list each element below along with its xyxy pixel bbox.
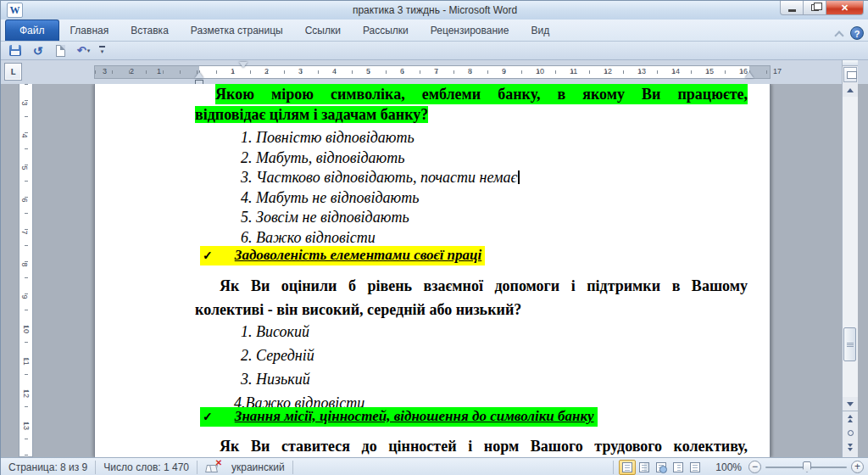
zoom-level[interactable]: 100% [709,461,748,473]
bullet-text: Задоволеність елементами своєї праці [235,247,482,264]
scroll-down-button[interactable] [843,397,858,411]
ribbon-right-controls: ? [836,26,864,40]
hanging-indent-marker[interactable] [195,72,203,78]
ruler-number: 9 [20,294,29,299]
word-window: W практика 3 тижднь - Microsoft Word ✕ Ф… [0,0,868,475]
tab-mailings[interactable]: Рассылки [352,20,420,41]
ruler-number: 2 [130,67,134,75]
ruler-number: 9 [502,67,506,75]
minimize-icon [788,9,796,12]
tab-insert[interactable]: Вставка [120,20,180,41]
view-web-layout-button[interactable] [653,460,670,475]
v-ruler-ticks [25,84,28,456]
undo-typing-button[interactable]: ↺ [31,44,45,58]
error-x-icon: ✕ [215,458,222,467]
word-app-icon[interactable]: W [7,3,23,18]
undo-arrow-icon: ↶ [77,44,86,57]
scrollbar-track[interactable] [843,97,858,397]
bullet-satisfaction: ✓ Задоволеність елементами своєї праці [200,246,485,265]
list-item: 5. Зовсім не відповідають [241,208,520,228]
tab-stop-selector[interactable]: L [4,63,22,81]
ruler-number: 6 [400,67,404,75]
checkmark-icon: ✓ [203,249,213,263]
arrow-up-icon [847,88,854,92]
tab-review[interactable]: Рецензирование [420,20,520,41]
title-bar: W практика 3 тижднь - Microsoft Word ✕ [1,1,868,20]
proofing-errors-icon[interactable]: ✕ [206,461,220,472]
ruler-number: 2 [264,67,269,75]
previous-page-button[interactable] [843,411,858,426]
restore-button[interactable] [804,1,826,15]
ruler-number: 1 [231,67,235,75]
bullet-text: Знання місії, цінностей, відношення до с… [235,408,594,425]
ruler-number: 13 [637,67,646,75]
view-draft-button[interactable] [687,460,704,475]
word-count[interactable]: Число слов: 1 470 [96,461,197,473]
arrow-down-icon [847,402,854,406]
view-full-screen-reading-button[interactable] [636,460,653,475]
tab-references[interactable]: Ссылки [294,20,352,41]
window-title: практика 3 тижднь - Microsoft Word [1,4,868,16]
double-down-icon [848,448,853,451]
ruler-number: 7 [20,230,29,234]
customize-qat-button[interactable]: ▾ [99,46,105,55]
new-document-button[interactable] [53,44,68,58]
numbered-list-symbolics: 1. Повністю відповідають 2. Мабуть, відп… [241,128,520,249]
minimize-button[interactable] [780,1,804,15]
horizontal-ruler[interactable]: 3211234567891011121314151617 [94,65,771,79]
ruler-bar: L 3211234567891011121314151617 [1,60,868,84]
restore-icon [811,4,819,11]
split-window-handle[interactable] [843,60,858,66]
next-page-button[interactable] [843,440,858,455]
outline-icon [673,462,683,472]
list-item: 2. Середній [241,344,364,367]
select-browse-object-button[interactable] [843,426,858,440]
print-layout-icon [622,462,632,472]
expand-ribbon-icon[interactable] [836,30,843,37]
zoom-out-button[interactable]: − [748,461,761,473]
tab-home[interactable]: Главная [59,20,120,41]
language-indicator[interactable]: украинский [224,461,292,473]
document-page[interactable]: Якою мірою символіка, емблеми банку, в я… [94,84,771,457]
ruler-number: 4 [332,67,337,75]
separator [613,461,614,474]
ruler-number: 5 [366,67,370,75]
ribbon-tab-row: Файл Главная Вставка Разметка страницы С… [1,20,868,42]
status-bar: Страница: 8 из 9 Число слов: 1 470 ✕ укр… [1,457,868,475]
vertical-scrollbar [842,60,858,457]
right-indent-marker[interactable] [745,72,754,78]
undo-icon: ↺ [33,45,43,57]
ruler-number: 3 [20,101,29,105]
tab-file[interactable]: Файл [5,20,59,41]
numbered-list-level: 1. Високий 2. Середній 3. Низький 4.Важк… [241,320,364,415]
view-outline-button[interactable] [670,460,687,475]
close-button[interactable]: ✕ [826,1,864,15]
ruler-number: 1 [157,67,161,75]
ruler-number: 15 [705,67,714,75]
view-print-layout-button[interactable] [619,460,636,475]
help-button[interactable]: ? [850,26,864,40]
tab-view[interactable]: Вид [520,20,560,41]
ruler-toggle-button[interactable] [843,67,857,82]
page-indicator[interactable]: Страница: 8 из 9 [1,461,95,473]
paragraph-question-line2: колективі - він високий, середній або ни… [195,298,521,321]
vertical-ruler[interactable]: 345678910111213 [19,84,33,457]
list-item: 4. Мабуть не відповідають [241,188,520,209]
zoom-slider[interactable] [765,461,847,473]
save-button[interactable] [8,44,22,58]
ruler-number: 8 [20,262,29,266]
zoom-slider-thumb[interactable] [803,461,811,472]
zoom-in-button[interactable]: + [851,461,864,473]
quick-access-toolbar: ↺ ↶ ▾ ▾ [1,42,868,60]
ruler-number: 5 [20,165,29,170]
paragraph-values-line1: Як Ви ставитеся до цінностей і норм Вашо… [220,434,748,457]
ruler-number: 12 [604,67,612,75]
scrollbar-thumb[interactable] [843,327,856,361]
ruler-number: 10 [536,67,544,75]
first-line-indent-marker[interactable] [239,62,248,68]
ruler-number: 11 [570,67,577,75]
undo-history-button[interactable]: ↶ ▾ [76,44,91,58]
tab-page-layout[interactable]: Разметка страницы [180,20,294,41]
scroll-up-button[interactable] [843,83,858,97]
chevron-down-icon: ▾ [101,48,104,55]
